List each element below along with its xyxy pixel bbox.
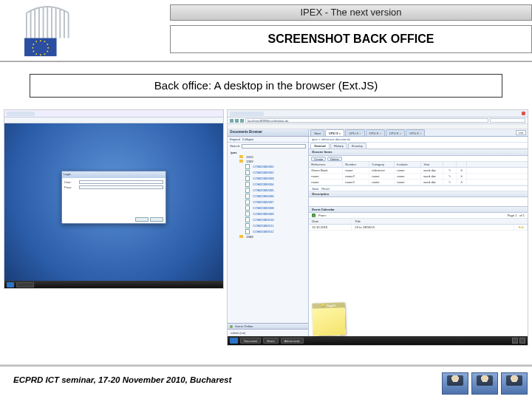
tree-node[interactable]: COM/2009/010 <box>229 216 307 222</box>
edit-link[interactable]: Edit <box>514 225 528 230</box>
svg-point-4 <box>47 47 49 49</box>
table-row[interactable]: Green Booknamereferencenameword doc✎✕ <box>309 168 528 174</box>
login-ok-button[interactable] <box>135 217 149 222</box>
slide-header: IPEX - The next version SCREENSHOT BACK … <box>0 0 532 59</box>
tree-node[interactable]: COM/2009/006 <box>229 193 307 199</box>
footer-thumbnail <box>442 372 468 395</box>
cell: name <box>395 174 421 179</box>
cell: word doc <box>421 174 443 179</box>
tree-node[interactable]: COM/2009/007 <box>229 199 307 205</box>
col-header[interactable] <box>457 162 467 167</box>
description-body[interactable] <box>309 197 528 206</box>
tree-panel: Documents Browser Expand Collapse Search… <box>228 129 309 336</box>
col-header[interactable]: Institute <box>395 162 421 167</box>
description-header: Description <box>309 191 528 197</box>
reset-button[interactable]: Reset <box>321 187 329 191</box>
tree-node[interactable]: COM/2009/002 <box>229 169 307 175</box>
user-me: admin (me) <box>231 331 245 335</box>
taskbar-button[interactable]: Event <box>263 338 278 344</box>
start-button[interactable] <box>230 338 238 344</box>
forward-icon[interactable] <box>235 119 239 123</box>
table-row[interactable]: namename2namenameword doc✎✕ <box>309 174 528 180</box>
login-user-input[interactable] <box>79 180 163 184</box>
col-header[interactable]: Date <box>309 219 352 224</box>
tab[interactable]: CPU X× <box>386 129 405 136</box>
cell: word doc <box>421 168 443 173</box>
tree-node[interactable]: COM/2009/008 <box>229 205 307 211</box>
cell: name <box>395 168 421 173</box>
tree-search-input[interactable] <box>242 144 306 149</box>
tree-node[interactable]: 2008 <box>229 234 307 239</box>
tab[interactable]: CPU X× <box>366 129 385 136</box>
tab[interactable]: Start <box>310 129 324 136</box>
add-event-button[interactable]: + <box>312 214 316 217</box>
screenshot-backoffice: localhost:8080/bico/desktop.do Documents… <box>227 109 528 346</box>
edit-icon[interactable]: ✎ <box>443 168 457 173</box>
back-icon[interactable] <box>230 119 233 123</box>
login-pass-input[interactable] <box>79 185 163 189</box>
delete-icon[interactable]: ✕ <box>457 168 467 173</box>
sticky-note[interactable]: 💡Tagged <box>312 302 346 336</box>
inner-tab[interactable]: History <box>330 143 347 149</box>
tab[interactable]: CPU X× <box>345 129 364 136</box>
tree-search-label: Search: <box>230 144 240 148</box>
col-header[interactable]: Year <box>421 162 443 167</box>
table-row[interactable]: namename2namenameword doc✎✕ <box>309 180 528 185</box>
delete-icon[interactable]: ✕ <box>457 180 467 185</box>
table-row[interactable]: 15.10.201023 to 23/04/15Edit <box>309 225 528 231</box>
tab[interactable]: CPU X× <box>325 129 344 136</box>
taskbar-button[interactable]: Document <box>240 338 261 344</box>
tray-icon[interactable] <box>512 338 518 344</box>
delete-button[interactable]: Delete <box>327 157 342 161</box>
tree-node[interactable]: COM/2009/011 <box>229 222 307 228</box>
tree-node[interactable]: COM/2009/001 <box>229 163 307 169</box>
tray-icon[interactable] <box>519 338 525 344</box>
col-header[interactable]: Number <box>343 162 369 167</box>
cell: name <box>309 174 343 179</box>
save-button[interactable]: Save <box>312 187 318 191</box>
tree-node[interactable]: COM/2009/012 <box>229 228 307 234</box>
address-input[interactable]: localhost:8080/bico/desktop.do <box>245 118 488 123</box>
cell: name <box>369 180 395 185</box>
browser-infobar <box>228 124 528 129</box>
subtitle: Back office: A desktop in the browser (E… <box>30 74 502 98</box>
start-button[interactable] <box>7 282 14 287</box>
header-bar-2: SCREENSHOT BACK OFFICE <box>170 25 532 53</box>
edit-icon[interactable]: ✎ <box>443 180 457 185</box>
cell: 15.10.2010 <box>309 225 352 230</box>
tab[interactable]: CPU X× <box>406 129 425 136</box>
col-header[interactable]: Category <box>369 162 395 167</box>
tree-node[interactable]: COM/2009/004 <box>229 181 307 187</box>
svg-point-6 <box>44 53 46 55</box>
login-cancel-button[interactable] <box>150 217 163 222</box>
col-header[interactable] <box>443 162 457 167</box>
tree-expand-button[interactable]: Expand <box>230 137 240 141</box>
col-header[interactable]: Title <box>352 219 514 224</box>
inner-tab[interactable]: General <box>310 143 330 149</box>
browser-addressbar[interactable] <box>4 117 223 123</box>
tree-node[interactable]: COM/2009/009 <box>229 211 307 216</box>
delete-icon[interactable]: ✕ <box>457 174 467 179</box>
browser-tab[interactable] <box>230 112 264 116</box>
col-header[interactable] <box>514 219 528 224</box>
ext-app: Documents Browser Expand Collapse Search… <box>228 129 528 336</box>
taskbar-button[interactable] <box>16 282 34 287</box>
taskbar-button[interactable]: Admin tools <box>281 338 304 344</box>
close-icon[interactable] <box>522 112 525 115</box>
browser-tab[interactable] <box>7 112 35 116</box>
reload-icon[interactable] <box>240 119 244 123</box>
create-button[interactable]: Create <box>311 157 326 161</box>
tabs-select[interactable]: List <box>516 130 526 135</box>
browser-search-input[interactable] <box>490 118 525 123</box>
tree-collapse-button[interactable]: Collapse <box>242 137 254 141</box>
inner-tab[interactable]: Scrutiny <box>348 143 366 149</box>
grid-title: Dossier Items <box>309 149 528 156</box>
tree-node[interactable]: COM/2009/005 <box>229 187 307 193</box>
header-rule <box>0 61 532 62</box>
edit-icon[interactable]: ✎ <box>443 174 457 179</box>
dossier-grid: ReferenceNumberCategoryInstituteYear Gre… <box>309 162 528 185</box>
tree-node[interactable]: COM/2009/003 <box>229 175 307 181</box>
col-header[interactable]: Reference <box>309 162 343 167</box>
footer-rule <box>0 364 532 366</box>
status-dot-icon <box>230 325 233 328</box>
